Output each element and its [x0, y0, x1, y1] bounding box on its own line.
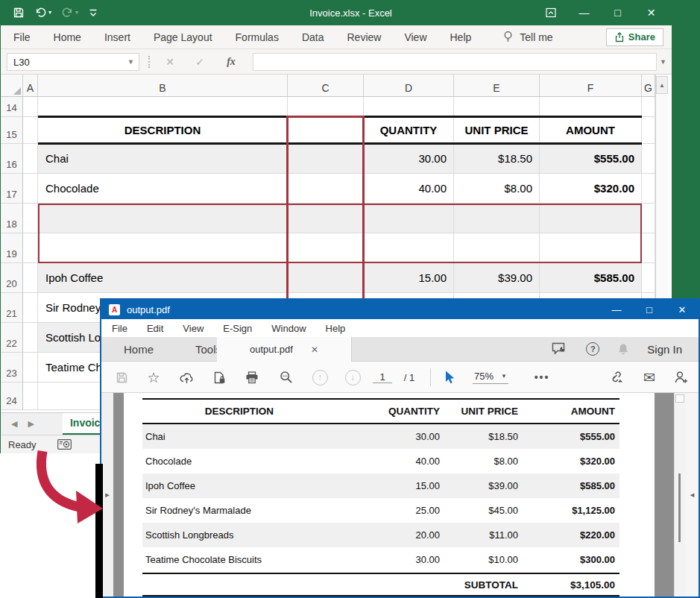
page-number-input[interactable]: 1 — [371, 362, 394, 393]
menu-file[interactable]: File — [112, 323, 127, 334]
cell-description[interactable] — [38, 97, 288, 117]
cloud-upload-icon[interactable] — [177, 362, 195, 393]
undo-button[interactable]: ▾ — [34, 7, 51, 19]
ribbon-display-options-icon[interactable] — [534, 0, 567, 25]
email-icon[interactable]: ✉ — [640, 362, 659, 393]
cell-unit-price[interactable]: UNIT PRICE — [454, 117, 540, 144]
cell-quantity[interactable]: QUANTITY — [364, 117, 454, 144]
cell-amount[interactable] — [540, 204, 642, 233]
cell-a[interactable] — [23, 383, 38, 410]
expand-left-pane-icon[interactable]: ▸ — [105, 490, 110, 500]
cell-a[interactable] — [23, 263, 38, 293]
row-number[interactable]: 21 — [1, 293, 23, 323]
minimize-button[interactable]: — — [567, 0, 601, 25]
redo-button[interactable]: ▾ — [61, 7, 78, 19]
cell-c[interactable] — [288, 174, 364, 204]
cell-unit-price[interactable] — [454, 233, 540, 263]
feedback-icon[interactable] — [552, 342, 568, 356]
insert-function-icon[interactable]: fx — [220, 53, 242, 71]
customize-qat-icon[interactable] — [88, 7, 98, 19]
tab-file[interactable]: File — [13, 31, 31, 43]
share-button[interactable]: Share — [606, 28, 663, 46]
column-header-c[interactable]: C — [288, 75, 364, 96]
zoom-level-dropdown[interactable]: 75%▼ — [468, 362, 513, 393]
formula-bar-expand-icon[interactable]: ▼ — [660, 58, 666, 66]
select-all-corner[interactable] — [1, 75, 23, 96]
tab-insert[interactable]: Insert — [104, 31, 130, 43]
document-tab-close-icon[interactable]: ✕ — [311, 344, 318, 355]
cell-a[interactable] — [23, 97, 38, 117]
redo-dropdown-caret[interactable]: ▾ — [75, 10, 78, 16]
cell-unit-price[interactable] — [454, 204, 540, 233]
column-header-d[interactable]: D — [364, 75, 454, 96]
name-box[interactable]: L30 ▼ — [7, 53, 139, 71]
pdf-scrollbar-thumb[interactable] — [678, 473, 681, 542]
cell-quantity[interactable]: 30.00 — [364, 144, 454, 174]
cell-c[interactable] — [288, 97, 364, 117]
cell-a[interactable] — [23, 323, 38, 353]
row-number[interactable]: 15 — [1, 117, 23, 144]
undo-dropdown-caret[interactable]: ▾ — [48, 10, 51, 16]
row-number[interactable]: 16 — [1, 144, 23, 174]
tab-page-layout[interactable]: Page Layout — [154, 31, 212, 43]
pdf-maximize-button[interactable]: □ — [633, 300, 666, 319]
formula-input[interactable] — [253, 53, 657, 71]
pdf-save-icon[interactable] — [113, 362, 130, 393]
row-number[interactable]: 24 — [1, 383, 23, 410]
column-header-f[interactable]: F — [540, 75, 642, 96]
cell-quantity[interactable] — [364, 97, 454, 117]
tab-data[interactable]: Data — [302, 31, 324, 43]
select-cursor-icon[interactable] — [441, 362, 458, 393]
cell-a[interactable] — [23, 353, 38, 383]
cell-a[interactable] — [23, 174, 38, 204]
cell-c[interactable] — [288, 263, 364, 293]
menu-help[interactable]: Help — [326, 323, 346, 334]
cell-quantity[interactable]: 15.00 — [364, 263, 454, 293]
search-zoom-icon[interactable] — [277, 362, 295, 393]
cell-unit-price[interactable]: $18.50 — [454, 144, 540, 174]
cell-c[interactable] — [288, 144, 364, 174]
tab-view[interactable]: View — [404, 31, 426, 43]
menu-esign[interactable]: E-Sign — [223, 323, 252, 334]
tab-acrobat-home[interactable]: Home — [124, 343, 154, 356]
tab-review[interactable]: Review — [347, 31, 382, 43]
cell-a[interactable] — [23, 144, 38, 174]
print-icon[interactable] — [243, 362, 261, 393]
cell-unit-price[interactable]: $8.00 — [454, 174, 540, 204]
cell-g[interactable] — [642, 117, 655, 144]
cell-c[interactable] — [288, 117, 364, 144]
cell-g[interactable] — [642, 263, 655, 293]
pdf-minimize-button[interactable]: — — [600, 300, 633, 319]
cell-amount[interactable]: $320.00 — [540, 174, 642, 204]
cell-amount[interactable]: AMOUNT — [540, 117, 642, 144]
more-tools-icon[interactable]: ••• — [531, 362, 553, 393]
expand-right-pane-icon[interactable]: ◂ — [690, 490, 695, 500]
star-favorites-icon[interactable]: ☆ — [145, 362, 163, 393]
previous-page-icon[interactable]: ↑ — [310, 362, 329, 393]
menu-edit[interactable]: Edit — [147, 323, 163, 334]
column-header-a[interactable]: A — [23, 75, 38, 96]
tell-me-box[interactable]: Tell me — [502, 31, 552, 43]
page-lock-icon[interactable] — [210, 362, 228, 393]
column-header-e[interactable]: E — [454, 75, 540, 96]
cell-amount[interactable]: $585.00 — [540, 263, 642, 293]
row-number[interactable]: 17 — [1, 174, 23, 204]
close-button[interactable]: ✕ — [634, 0, 668, 25]
cell-a[interactable] — [23, 293, 38, 323]
row-number[interactable]: 22 — [1, 323, 23, 353]
pdf-scroll-up-button[interactable] — [675, 394, 684, 403]
cell-amount[interactable] — [540, 233, 642, 263]
cell-a[interactable] — [23, 117, 38, 144]
maximize-button[interactable]: □ — [601, 0, 634, 25]
cell-description[interactable]: DESCRIPTION — [38, 117, 288, 144]
next-page-icon[interactable]: ↓ — [343, 362, 362, 393]
tab-home[interactable]: Home — [54, 31, 81, 43]
cell-unit-price[interactable]: $39.00 — [454, 263, 540, 293]
sheet-nav-left-icon[interactable]: ◀ — [11, 419, 17, 429]
scroll-up-arrow[interactable]: ▲ — [656, 76, 668, 94]
row-number[interactable]: 20 — [1, 263, 23, 293]
menu-view[interactable]: View — [183, 323, 204, 334]
row-number[interactable]: 18 — [1, 204, 23, 233]
cell-a[interactable] — [23, 233, 38, 263]
menu-window[interactable]: Window — [271, 323, 306, 334]
